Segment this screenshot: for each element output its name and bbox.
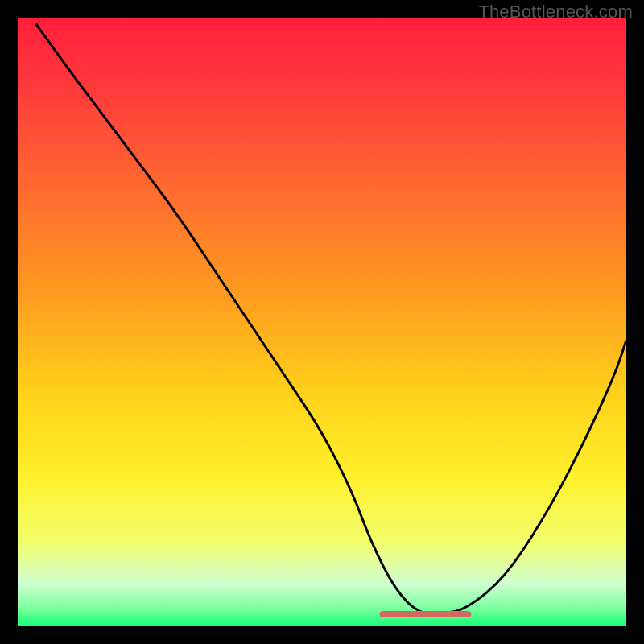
plot-area <box>18 18 626 626</box>
bottleneck-curve <box>36 24 626 614</box>
curve-layer <box>18 18 626 626</box>
chart-frame: TheBottleneck.com <box>0 0 644 644</box>
watermark-text: TheBottleneck.com <box>478 2 633 23</box>
